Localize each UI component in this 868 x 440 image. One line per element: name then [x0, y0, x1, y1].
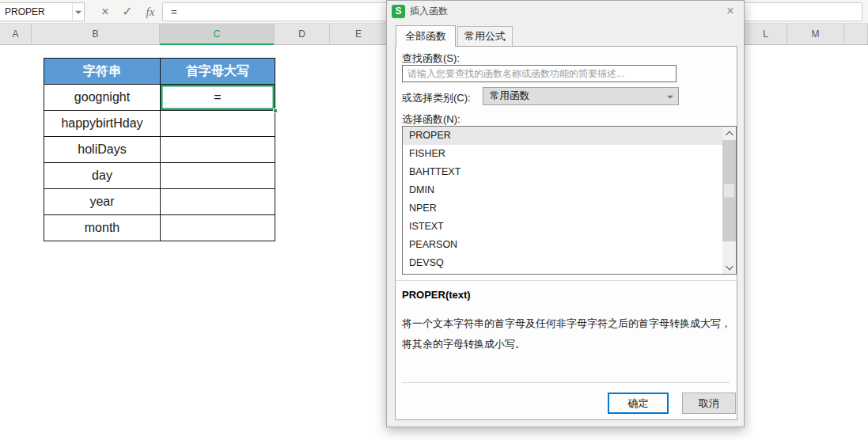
function-list-item[interactable]: BAHTTEXT [403, 163, 722, 181]
divider [402, 382, 730, 383]
table-cell[interactable]: = [161, 85, 275, 111]
confirm-icon[interactable]: ✓ [119, 0, 136, 24]
category-dropdown-value: 常用函数 [490, 88, 529, 104]
fill-handle[interactable] [273, 108, 278, 113]
function-list: PROPERFISHERBAHTTEXTDMINNPERISTEXTPEARSO… [403, 127, 736, 272]
column-header-B[interactable]: B [32, 24, 160, 44]
scrollbar-thumb[interactable] [722, 140, 736, 241]
function-list-item[interactable]: PROPER [403, 127, 722, 145]
table-cell[interactable]: happybirtHday [44, 111, 161, 137]
dialog-panel: 查找函数(S): 或选择类别(C): 常用函数 选择函数(N): PROPERF… [395, 46, 737, 420]
function-list-item[interactable]: DEVSQ [403, 254, 722, 272]
table-row: month [44, 215, 275, 241]
chevron-up-icon [726, 131, 733, 138]
function-list-item[interactable]: DMIN [403, 181, 722, 199]
table-cell[interactable] [161, 215, 275, 241]
name-box[interactable]: PROPER [0, 2, 85, 21]
column-header-blank[interactable] [844, 24, 868, 44]
close-icon[interactable]: × [723, 3, 737, 19]
table-header-cell[interactable]: 首字母大写 [161, 59, 275, 85]
column-header-E[interactable]: E [330, 24, 388, 44]
function-description: 将一个文本字符串的首字母及任何非字母字符之后的首字母转换成大写，将其余的字母转换… [402, 313, 731, 355]
category-dropdown[interactable]: 常用函数 [483, 87, 679, 105]
function-listbox: PROPERFISHERBAHTTEXTDMINNPERISTEXTPEARSO… [402, 126, 737, 275]
app-window: PROPER × ✓ fx = ABCDELM 字符串首字母大写goognigh… [0, 0, 868, 440]
column-header-D[interactable]: D [275, 24, 330, 44]
function-list-item[interactable]: ISTEXT [403, 218, 722, 236]
data-table: 字符串首字母大写goognight=happybirtHdayholiDaysd… [44, 58, 275, 241]
scrollbar-gripper [724, 184, 734, 198]
scrollbar-up-button[interactable] [722, 127, 736, 140]
function-list-item[interactable]: NPER [403, 199, 722, 218]
table-header-row: 字符串首字母大写 [44, 59, 275, 85]
scrollbar[interactable] [722, 127, 736, 274]
table-row: goognight= [44, 85, 275, 111]
table-cell[interactable]: holiDays [44, 137, 161, 163]
table-cell[interactable] [161, 189, 275, 215]
chevron-down-icon [726, 262, 733, 270]
search-function-label: 查找函数(S): [402, 51, 460, 66]
table-cell[interactable] [161, 111, 275, 137]
table-cell[interactable]: goognight [44, 85, 161, 111]
table-cell[interactable]: year [44, 189, 161, 215]
fx-insert-function-icon[interactable]: fx [141, 0, 160, 24]
tab-common-formulas[interactable]: 常用公式 [457, 26, 513, 46]
column-header-M[interactable]: M [787, 24, 844, 44]
table-row: day [44, 163, 275, 189]
ok-button[interactable]: 确定 [608, 393, 669, 414]
scrollbar-down-button[interactable] [722, 260, 736, 274]
select-function-label: 选择函数(N): [402, 112, 461, 127]
column-header-C[interactable]: C [160, 24, 275, 44]
table-header-cell[interactable]: 字符串 [44, 59, 161, 85]
table-cell[interactable] [161, 163, 275, 189]
chevron-down-icon [75, 11, 81, 14]
table-cell[interactable]: day [44, 163, 161, 189]
cancel-icon[interactable]: × [97, 0, 114, 24]
table-row: holiDays [44, 137, 275, 163]
category-label: 或选择类别(C): [402, 91, 471, 105]
cancel-button[interactable]: 取消 [682, 393, 736, 414]
name-box-value: PROPER [5, 3, 45, 21]
search-function-input[interactable] [402, 65, 677, 82]
insert-function-dialog: S 插入函数 × 全部函数 常用公式 查找函数(S): 或选择类别(C): 常用… [386, 0, 745, 427]
function-list-item[interactable]: FISHER [403, 145, 722, 163]
tab-all-functions[interactable]: 全部函数 [396, 25, 456, 47]
column-header-A[interactable]: A [0, 24, 32, 44]
table-cell[interactable] [161, 137, 275, 163]
name-box-dropdown[interactable] [72, 3, 84, 21]
table-row: happybirtHday [44, 111, 275, 137]
function-signature: PROPER(text) [402, 289, 471, 301]
divider [396, 280, 737, 281]
dialog-titlebar[interactable]: S 插入函数 × [387, 1, 744, 22]
dialog-title: 插入函数 [410, 1, 448, 22]
wps-logo-icon: S [392, 5, 405, 18]
function-list-item[interactable]: PEARSON [403, 236, 722, 254]
chevron-down-icon [664, 88, 677, 104]
column-header-L[interactable]: L [745, 24, 787, 44]
table-row: year [44, 189, 275, 215]
table-cell[interactable]: month [44, 215, 161, 241]
